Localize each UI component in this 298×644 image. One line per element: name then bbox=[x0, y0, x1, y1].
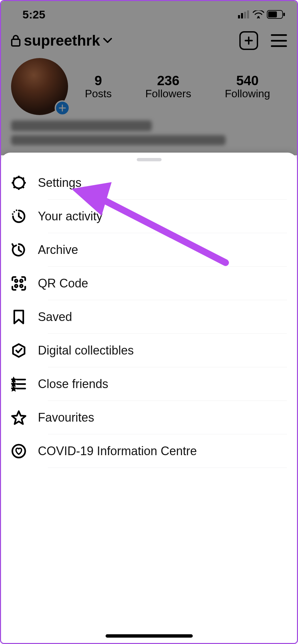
stat-followers[interactable]: 236 Followers bbox=[145, 73, 191, 100]
stat-followers-value: 236 bbox=[157, 73, 180, 88]
menu-bottom-sheet: Settings Your activity Archive bbox=[1, 153, 297, 643]
home-indicator[interactable] bbox=[106, 634, 193, 638]
svg-line-17 bbox=[14, 187, 15, 188]
menu-item-closefriends[interactable]: Close friends bbox=[11, 367, 287, 401]
stat-following-label: Following bbox=[225, 88, 270, 100]
bookmark-icon bbox=[11, 309, 26, 325]
svg-rect-6 bbox=[268, 11, 277, 17]
svg-rect-1 bbox=[241, 13, 243, 18]
svg-point-19 bbox=[12, 213, 13, 215]
svg-point-4 bbox=[257, 16, 259, 18]
username-text: supreethrk bbox=[24, 32, 100, 49]
qr-code-icon bbox=[11, 276, 26, 291]
svg-line-15 bbox=[23, 187, 24, 188]
menu-item-collectibles[interactable]: Digital collectibles bbox=[11, 334, 287, 367]
menu-item-saved[interactable]: Saved bbox=[11, 300, 287, 334]
svg-line-16 bbox=[23, 178, 24, 179]
menu-item-covid[interactable]: COVID-19 Information Centre bbox=[11, 434, 287, 468]
menu-button[interactable] bbox=[271, 34, 287, 47]
svg-rect-7 bbox=[283, 13, 285, 16]
sheet-grabber[interactable] bbox=[137, 158, 162, 161]
menu-item-settings[interactable]: Settings bbox=[11, 166, 287, 200]
star-list-icon bbox=[11, 376, 26, 392]
menu-item-label: Favourites bbox=[38, 411, 94, 425]
menu-item-label: Settings bbox=[38, 176, 81, 190]
profile-header: supreethrk bbox=[1, 28, 297, 50]
plus-icon bbox=[59, 104, 66, 112]
menu-item-label: Digital collectibles bbox=[38, 343, 134, 358]
menu-item-label: Close friends bbox=[38, 377, 108, 391]
add-story-button[interactable] bbox=[55, 100, 70, 116]
menu-item-label: QR Code bbox=[38, 276, 88, 290]
svg-point-23 bbox=[15, 285, 18, 287]
menu-item-label: Saved bbox=[38, 310, 72, 324]
cellular-icon bbox=[238, 10, 250, 18]
svg-point-18 bbox=[13, 211, 15, 213]
activity-icon bbox=[11, 209, 26, 224]
gear-icon bbox=[11, 175, 26, 191]
hamburger-icon bbox=[271, 34, 287, 36]
bio-text-blurred bbox=[11, 135, 226, 145]
status-time: 5:25 bbox=[22, 8, 45, 21]
stat-posts-value: 9 bbox=[95, 73, 102, 88]
svg-point-20 bbox=[16, 209, 17, 211]
chevron-down-icon bbox=[103, 38, 112, 43]
heart-circle-icon bbox=[11, 443, 26, 459]
svg-point-24 bbox=[20, 285, 23, 287]
stat-following[interactable]: 540 Following bbox=[225, 73, 270, 100]
menu-item-archive[interactable]: Archive bbox=[11, 233, 287, 267]
svg-point-22 bbox=[20, 280, 23, 282]
star-icon bbox=[11, 410, 26, 425]
archive-icon bbox=[11, 242, 26, 258]
menu-item-qr[interactable]: QR Code bbox=[11, 267, 287, 300]
lock-icon bbox=[11, 35, 20, 47]
svg-rect-0 bbox=[238, 15, 240, 18]
new-post-button[interactable] bbox=[239, 31, 258, 50]
profile-screen-dimmed: 5:25 supreethrk bbox=[1, 1, 297, 155]
status-indicators bbox=[238, 10, 286, 19]
stat-followers-label: Followers bbox=[145, 88, 191, 100]
bio-name-blurred bbox=[11, 120, 152, 131]
profile-stats-row: 9 Posts 236 Followers 540 Following bbox=[1, 50, 297, 115]
svg-rect-2 bbox=[244, 12, 246, 18]
menu-item-label: Your activity bbox=[38, 209, 103, 223]
svg-point-28 bbox=[12, 445, 25, 458]
menu-item-label: Archive bbox=[38, 243, 78, 257]
hexagon-check-icon bbox=[11, 343, 26, 358]
avatar[interactable] bbox=[11, 58, 68, 115]
battery-icon bbox=[267, 10, 286, 19]
svg-rect-8 bbox=[12, 39, 20, 46]
username-selector[interactable]: supreethrk bbox=[11, 32, 112, 49]
svg-line-14 bbox=[14, 178, 15, 179]
status-bar: 5:25 bbox=[1, 1, 297, 28]
menu-item-label: COVID-19 Information Centre bbox=[38, 444, 197, 458]
menu-item-favourites[interactable]: Favourites bbox=[11, 401, 287, 434]
svg-rect-3 bbox=[247, 10, 249, 18]
add-post-icon bbox=[244, 36, 254, 46]
stat-following-value: 540 bbox=[236, 73, 259, 88]
stat-posts-label: Posts bbox=[85, 88, 112, 100]
profile-bio bbox=[1, 115, 297, 151]
menu-item-activity[interactable]: Your activity bbox=[11, 200, 287, 233]
wifi-icon bbox=[253, 10, 264, 18]
stat-posts[interactable]: 9 Posts bbox=[85, 73, 112, 100]
svg-point-9 bbox=[13, 177, 24, 189]
svg-point-21 bbox=[15, 280, 18, 282]
menu-list: Settings Your activity Archive bbox=[1, 166, 297, 468]
